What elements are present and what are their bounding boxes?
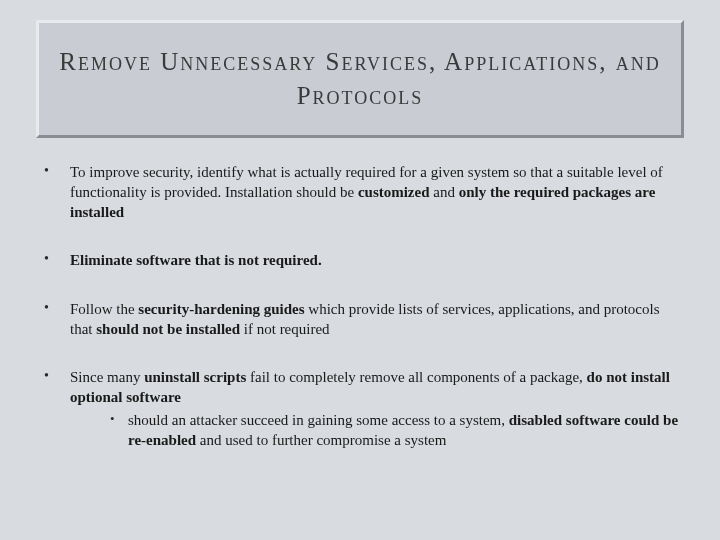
text-bold: Eliminate software that is not required. — [70, 252, 322, 268]
bullet-item: Since many uninstall scripts fail to com… — [36, 367, 684, 450]
bullet-item: Follow the security-hardening guides whi… — [36, 299, 684, 340]
text: and — [430, 184, 459, 200]
slide-title: Remove Unnecessary Services, Application… — [49, 45, 671, 113]
sub-bullet-list: should an attacker succeed in gaining so… — [70, 410, 684, 451]
title-box: Remove Unnecessary Services, Application… — [36, 20, 684, 138]
slide-content: To improve security, identify what is ac… — [0, 138, 720, 451]
text-bold: security-hardening guides — [138, 301, 304, 317]
text: Since many — [70, 369, 144, 385]
sub-bullet-item: should an attacker succeed in gaining so… — [70, 410, 684, 451]
text: if not required — [240, 321, 330, 337]
text: and used to further compromise a system — [196, 432, 446, 448]
text: Follow the — [70, 301, 138, 317]
text: should an attacker succeed in gaining so… — [128, 412, 509, 428]
bullet-item: Eliminate software that is not required. — [36, 250, 684, 270]
bullet-item: To improve security, identify what is ac… — [36, 162, 684, 223]
text: fail to completely remove all components… — [246, 369, 586, 385]
text-bold: customized — [358, 184, 430, 200]
text-bold: uninstall scripts — [144, 369, 246, 385]
bullet-list: To improve security, identify what is ac… — [36, 162, 684, 451]
text-bold: should not be installed — [96, 321, 240, 337]
